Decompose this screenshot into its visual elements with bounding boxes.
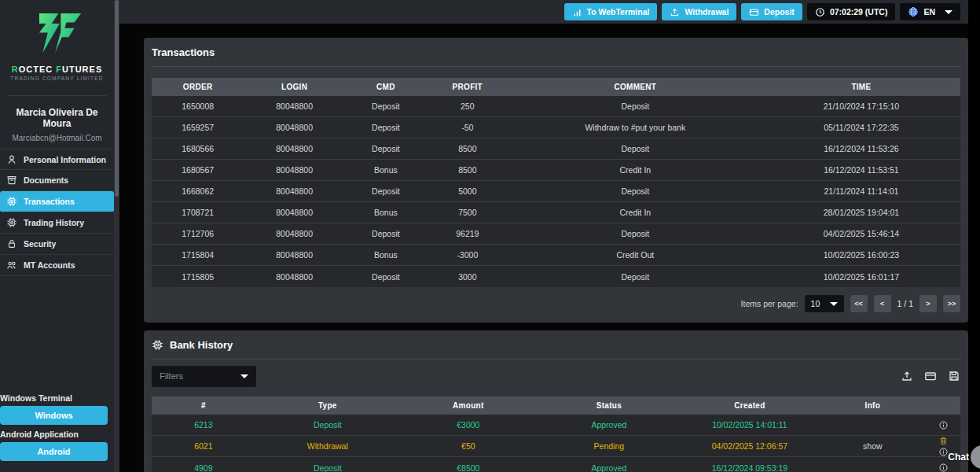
sidebar-item-transactions[interactable]: Transactions: [0, 191, 114, 212]
col-info: Info: [818, 401, 927, 410]
divider: [8, 95, 106, 96]
col-time: TIME: [762, 83, 960, 91]
bank-history-toolbar: [901, 370, 960, 382]
chip-icon: [6, 217, 17, 228]
transactions-header: Transactions: [152, 38, 960, 67]
sidebar-item-label: Documents: [24, 175, 68, 185]
chevron-down-icon: [945, 10, 952, 14]
table-row[interactable]: 4909 Deposit €8500 Approved 16/12/2024 0…: [152, 457, 960, 472]
card-icon[interactable]: [924, 370, 937, 382]
windows-terminal-label: Windows Terminal: [0, 393, 114, 403]
sidebar-item-label: Personal Information: [24, 155, 106, 164]
sidebar-nav: Personal Information Documents Transacti…: [0, 149, 114, 276]
globe-icon: [908, 6, 919, 17]
filters-dropdown[interactable]: Filters: [152, 366, 256, 387]
rf-monogram-icon: [29, 11, 86, 60]
sidebar-item-security[interactable]: Security: [0, 234, 114, 255]
status-badge: Pending: [537, 441, 681, 451]
chip-icon: [152, 339, 163, 351]
transactions-table-header: ORDER LOGIN CMD PROFIT COMMENT TIME: [152, 78, 960, 96]
table-row[interactable]: 6021 Withdrawal €50 Pending 04/02/2025 1…: [152, 436, 960, 457]
prev-page-button[interactable]: <: [874, 295, 891, 312]
next-page-button[interactable]: >: [919, 295, 937, 312]
bank-history-card: Bank History Filters # Type Amount Statu…: [144, 330, 968, 472]
lock-icon: [6, 238, 17, 249]
table-row[interactable]: 1712706 80048800 Deposit 96219 Deposit 0…: [152, 223, 960, 245]
table-row[interactable]: 1650008 80048800 Deposit 250 Deposit 21/…: [152, 96, 960, 117]
transactions-title: Transactions: [152, 46, 215, 58]
chat-widget: Chat: [948, 452, 969, 463]
export-icon[interactable]: [901, 370, 913, 382]
status-badge: Approved: [537, 420, 681, 430]
transactions-table: ORDER LOGIN CMD PROFIT COMMENT TIME 1650…: [152, 78, 960, 287]
deposit-button[interactable]: Deposit: [741, 3, 802, 20]
table-row[interactable]: 1715805 80048800 Deposit 3000 Deposit 10…: [152, 266, 960, 287]
table-row[interactable]: 1680566 80048800 Deposit 8500 Deposit 16…: [152, 138, 960, 160]
status-badge: Approved: [537, 463, 681, 472]
sidebar-item-trading-history[interactable]: Trading History: [0, 212, 114, 234]
sidebar-item-documents[interactable]: Documents: [0, 170, 114, 191]
app-root: ROCTEC FUTURES TRADING COMPANY LIMITED M…: [0, 0, 980, 472]
first-page-button[interactable]: <<: [850, 295, 868, 312]
col-profit: PROFIT: [427, 83, 508, 91]
sidebar: ROCTEC FUTURES TRADING COMPANY LIMITED M…: [0, 0, 114, 472]
android-application-label: Android Application: [0, 430, 114, 439]
pagination: Items per page: 10 << < 1 / 1 > >>: [152, 293, 960, 314]
upload-icon: [670, 7, 680, 17]
table-row[interactable]: 1680567 80048800 Bonus 8500 Credit In 16…: [152, 160, 960, 181]
show-link[interactable]: show: [818, 441, 927, 451]
bank-history-table: # Type Amount Status Created Info 6213 D…: [152, 396, 960, 472]
trash-icon[interactable]: [938, 436, 949, 446]
items-per-page-label: Items per page:: [741, 299, 798, 308]
col-type: Type: [255, 401, 400, 410]
col-status: Status: [537, 401, 681, 410]
bank-history-title: Bank History: [170, 339, 233, 351]
chevron-down-icon: [830, 302, 838, 306]
table-row[interactable]: 1715804 80048800 Bonus -3000 Credit Out …: [152, 245, 960, 266]
table-row[interactable]: 6213 Deposit €3000 Approved 10/02/2025 1…: [152, 415, 960, 436]
people-icon: [6, 260, 17, 271]
table-row[interactable]: 1659257 80048800 Deposit -50 Withdraw to…: [152, 117, 960, 138]
transactions-card: Transactions ORDER LOGIN CMD PROFIT COMM…: [144, 38, 968, 323]
col-login: LOGIN: [244, 83, 345, 91]
col-amount: Amount: [400, 401, 537, 410]
sidebar-item-label: Trading History: [24, 218, 84, 227]
bank-history-table-header: # Type Amount Status Created Info: [152, 396, 960, 415]
sidebar-item-mt-accounts[interactable]: MT Accounts: [0, 255, 114, 276]
windows-download-button[interactable]: Windows: [0, 406, 108, 425]
chip-icon: [6, 196, 17, 207]
sidebar-item-label: Security: [24, 239, 56, 249]
bar-chart-icon: [572, 7, 582, 17]
card-icon: [749, 7, 759, 17]
scrollbar-thumb[interactable]: [115, 0, 119, 197]
withdrawal-button[interactable]: Withdrawal: [662, 3, 736, 20]
vertical-scrollbar[interactable]: [114, 0, 119, 472]
brand-tagline: TRADING COMPANY LIMITED: [5, 76, 109, 81]
items-per-page-select[interactable]: 10: [805, 295, 844, 312]
col-cmd: CMD: [345, 83, 427, 91]
col-comment: COMMENT: [508, 83, 762, 91]
user-name: Marcia Oliveira De Moura: [3, 107, 111, 129]
sidebar-item-label: Transactions: [24, 197, 75, 206]
topbar: To WebTerminal Withdrawal Deposit 07:02:…: [119, 0, 968, 24]
person-icon: [6, 154, 17, 165]
to-webterminal-button[interactable]: To WebTerminal: [564, 3, 658, 20]
user-email: Marciabcn@Hotmail.Com: [3, 134, 111, 142]
col-id: #: [152, 401, 255, 410]
table-row[interactable]: 1708721 80048800 Bonus 7500 Credit In 28…: [152, 202, 960, 223]
last-page-button[interactable]: >>: [943, 295, 960, 312]
archive-icon: [6, 175, 17, 186]
table-row[interactable]: 1668062 80048800 Deposit 5000 Deposit 21…: [152, 181, 960, 202]
save-icon[interactable]: [948, 370, 960, 382]
sidebar-item-label: MT Accounts: [24, 260, 75, 270]
download-section: Windows Terminal Windows Android Applica…: [0, 389, 114, 472]
android-download-button[interactable]: Android: [0, 442, 108, 461]
sidebar-item-personal-information[interactable]: Personal Information: [0, 149, 114, 170]
info-icon[interactable]: [938, 463, 949, 472]
chevron-down-icon: [240, 374, 248, 378]
utc-clock: 07:02:29 (UTC): [807, 3, 896, 20]
col-order: ORDER: [152, 83, 244, 91]
language-selector[interactable]: EN: [900, 3, 960, 20]
info-icon[interactable]: [938, 420, 949, 430]
brand-name: ROCTEC FUTURES: [5, 65, 109, 74]
